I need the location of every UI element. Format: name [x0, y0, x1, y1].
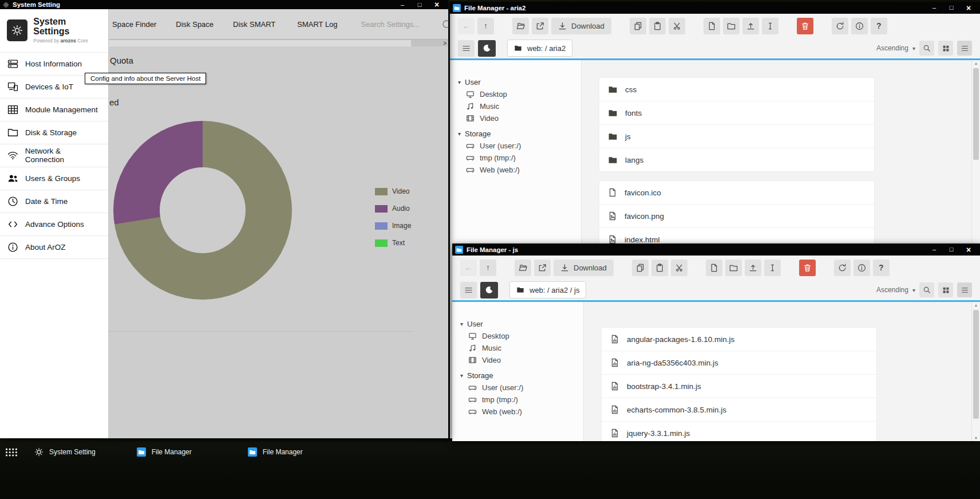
breadcrumb[interactable]: web: / aria2 / js	[509, 281, 586, 298]
chevron-down-icon[interactable]: ▾	[912, 287, 915, 293]
sidebar-item-module-management[interactable]: Module Management	[0, 99, 108, 121]
sidebar-item-users-groups[interactable]: Users & Groups	[0, 167, 108, 190]
help-button[interactable]: ?	[871, 18, 887, 34]
open-in-new-button[interactable]	[532, 18, 548, 34]
file-row-favicon-ico[interactable]: favicon.ico	[599, 181, 874, 205]
theme-toggle-button[interactable]	[478, 40, 496, 57]
list-view-button[interactable]	[957, 282, 972, 297]
sidebar-item-advance-options[interactable]: Advance Options	[0, 213, 108, 236]
close-icon[interactable]: ×	[428, 1, 445, 9]
breadcrumb[interactable]: web: / aria2	[507, 40, 572, 57]
taskbar-item-file-manager-1[interactable]: File Manager	[137, 447, 192, 457]
copy-button[interactable]	[630, 18, 646, 34]
new-file-button[interactable]	[704, 18, 720, 34]
refresh-button[interactable]	[832, 18, 848, 34]
tree-item-tmp-drive[interactable]: tmp (tmp:/)	[452, 394, 583, 406]
paste-button[interactable]	[649, 18, 666, 34]
tab-smart-log[interactable]: SMART Log	[297, 20, 337, 29]
tree-item-desktop[interactable]: Desktop	[452, 330, 583, 342]
open-folder-button[interactable]	[515, 260, 531, 276]
maximize-icon[interactable]: □	[943, 5, 960, 11]
scroll-down-icon[interactable]: ▼	[972, 436, 980, 440]
tree-section-storage[interactable]: ▾Storage	[450, 128, 581, 140]
new-folder-button[interactable]	[723, 18, 740, 34]
tree-item-music[interactable]: Music	[452, 342, 583, 354]
tree-item-desktop[interactable]: Desktop	[450, 88, 581, 100]
file-row-angular[interactable]: angular-packages-1.6.10.min.js	[602, 328, 876, 351]
up-button[interactable]: ↑	[477, 18, 494, 34]
tree-item-user-drive[interactable]: User (user:/)	[450, 140, 581, 152]
rename-button[interactable]	[762, 18, 779, 34]
grid-view-button[interactable]	[938, 282, 953, 297]
chevron-down-icon[interactable]: ▾	[912, 45, 915, 52]
search-button[interactable]	[919, 41, 934, 56]
tab-disk-smart[interactable]: Disk SMART	[233, 20, 275, 29]
scroll-up-icon[interactable]: ▲	[972, 303, 980, 307]
sidebar-item-network-connection[interactable]: Network & Connection	[0, 144, 108, 167]
minimize-icon[interactable]: –	[926, 246, 943, 253]
tree-item-video[interactable]: Video	[450, 112, 581, 124]
delete-button[interactable]	[799, 260, 816, 276]
scroll-up-icon[interactable]: ▲	[972, 61, 980, 65]
tab-scrollbar-thumb[interactable]	[109, 40, 411, 46]
download-button[interactable]: Download	[551, 18, 611, 34]
properties-button[interactable]	[851, 18, 868, 34]
tree-item-music[interactable]: Music	[450, 100, 581, 112]
refresh-button[interactable]	[834, 260, 851, 276]
file-row-echarts[interactable]: echarts-common-3.8.5.min.js	[602, 398, 876, 422]
rename-button[interactable]	[764, 260, 781, 276]
download-button[interactable]: Download	[554, 260, 614, 276]
maximize-icon[interactable]: □	[943, 246, 960, 253]
minimize-icon[interactable]: –	[394, 2, 411, 8]
sort-order-dropdown[interactable]: Ascending	[876, 44, 908, 52]
tab-disk-space[interactable]: Disk Space	[176, 20, 214, 29]
tab-scrollbar[interactable]: >	[109, 39, 448, 47]
scrollbar-thumb[interactable]	[973, 68, 979, 160]
menu-button[interactable]	[458, 40, 475, 57]
scrollbar-thumb[interactable]	[973, 310, 979, 419]
back-button[interactable]: ←	[460, 260, 477, 276]
tree-item-user-drive[interactable]: User (user:/)	[452, 382, 583, 394]
sidebar-item-date-time[interactable]: Date & Time	[0, 190, 108, 213]
theme-toggle-button[interactable]	[480, 282, 498, 298]
new-file-button[interactable]	[706, 260, 722, 276]
back-button[interactable]: ←	[458, 18, 475, 34]
sidebar-item-about-aroz[interactable]: About ArOZ	[0, 236, 108, 259]
properties-button[interactable]	[853, 260, 870, 276]
sidebar-item-disk-storage[interactable]: Disk & Storage	[0, 121, 108, 144]
copy-button[interactable]	[632, 260, 649, 276]
sort-order-dropdown[interactable]: Ascending	[876, 286, 908, 294]
file-row-favicon-png[interactable]: favicon.png	[599, 205, 874, 228]
taskbar-item-file-manager-2[interactable]: File Manager	[248, 447, 303, 457]
paste-button[interactable]	[651, 260, 668, 276]
search-icon[interactable]	[442, 19, 448, 29]
upload-button[interactable]	[745, 260, 761, 276]
file-row-aria-ng[interactable]: aria-ng-da5356c403.min.js	[602, 351, 876, 375]
tree-item-web-drive[interactable]: Web (web:/)	[450, 164, 581, 176]
tree-item-web-drive[interactable]: Web (web:/)	[452, 406, 583, 418]
fm2-titlebar[interactable]: File Manager - js – □ ×	[452, 243, 980, 256]
settings-search-input[interactable]	[360, 19, 431, 29]
list-view-button[interactable]	[957, 41, 972, 56]
app-launcher-button[interactable]	[5, 447, 18, 457]
tree-section-storage[interactable]: ▾Storage	[452, 370, 583, 382]
file-row-bootstrap[interactable]: bootstrap-3.4.1.min.js	[602, 375, 876, 398]
tab-space-finder[interactable]: Space Finder	[112, 20, 156, 29]
fm1-titlebar[interactable]: File Manager - aria2 – □ ×	[450, 2, 980, 14]
file-row-fonts[interactable]: fonts	[599, 101, 874, 125]
file-row-langs[interactable]: langs	[599, 148, 874, 171]
help-button[interactable]: ?	[873, 260, 890, 276]
delete-button[interactable]	[797, 18, 813, 34]
tree-section-user[interactable]: ▾User	[450, 76, 581, 88]
scrollbar[interactable]: ▲ ▼	[971, 302, 980, 441]
tree-section-user[interactable]: ▾User	[452, 318, 583, 330]
search-button[interactable]	[919, 282, 934, 297]
grid-view-button[interactable]	[938, 41, 953, 56]
file-row-css[interactable]: css	[599, 78, 874, 101]
open-folder-button[interactable]	[512, 18, 529, 34]
up-button[interactable]: ↑	[480, 260, 496, 276]
sidebar-item-host-information[interactable]: Host Information	[0, 53, 108, 76]
upload-button[interactable]	[742, 18, 759, 34]
file-row-jquery[interactable]: jquery-3.3.1.min.js	[602, 422, 876, 441]
file-row-js[interactable]: js	[599, 125, 874, 148]
